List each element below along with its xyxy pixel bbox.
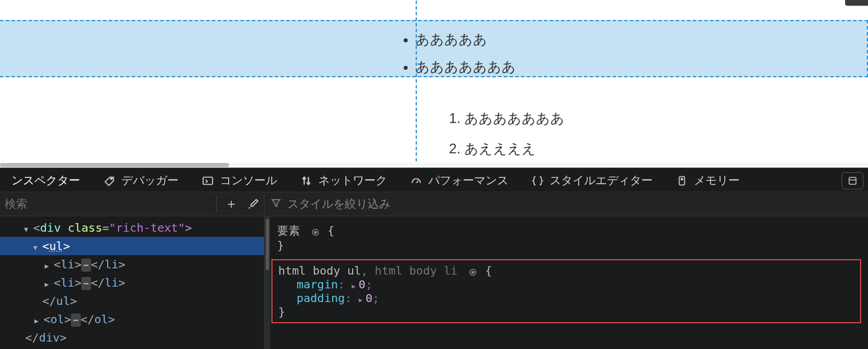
dom-node-li[interactable]: <li>⋯</li> <box>0 273 264 292</box>
window-corner <box>845 0 868 6</box>
dom-node-div[interactable]: <div class="rich-text"> <box>0 219 264 237</box>
rule-selector-line[interactable]: html body ul, html body li { <box>278 264 854 277</box>
devtools-body: + <div class="rich-text"> <ul> <li>⋯</li… <box>0 192 868 349</box>
css-property-margin[interactable]: margin: 0; <box>278 277 854 291</box>
target-icon[interactable] <box>310 227 321 237</box>
target-icon[interactable] <box>468 267 478 277</box>
tab-label: コンソール <box>220 173 277 188</box>
page-lists: あああああ あああああああ あああああああ あええええ <box>0 20 868 164</box>
ordered-list[interactable]: あああああああ あええええ <box>439 104 868 164</box>
tab-label: ンスペクター <box>11 173 80 188</box>
svg-point-9 <box>472 271 474 273</box>
brace-close: } <box>278 305 854 319</box>
scrollbar-thumb[interactable] <box>0 163 229 167</box>
css-property-padding[interactable]: padding: 0; <box>278 291 854 305</box>
tab-network[interactable]: ネットワーク <box>289 169 399 192</box>
dom-node-div-close[interactable]: </div> <box>0 328 264 347</box>
dom-node-ul-close[interactable]: </ul> <box>0 292 264 310</box>
vertical-scrollbar[interactable] <box>265 216 270 349</box>
devtools-tab-bar: ンスペクター デバッガー コンソール ネットワ <box>0 168 868 192</box>
twisty-icon[interactable] <box>33 243 41 253</box>
dom-inspector-panel: + <div class="rich-text"> <ul> <li>⋯</li… <box>0 192 265 349</box>
tab-memory[interactable]: メモリー <box>664 169 751 192</box>
tab-style-editor[interactable]: スタイルエディター <box>520 169 664 192</box>
svg-point-0 <box>111 177 112 179</box>
network-icon <box>300 174 313 187</box>
funnel-icon[interactable] <box>270 197 282 211</box>
styles-panel: スタイルを絞り込み 要素 { } html body ul, html body… <box>265 192 868 349</box>
dom-node-ol[interactable]: <ol>⋯</ol> <box>0 310 264 328</box>
styles-toolbar: スタイルを絞り込み <box>265 192 868 216</box>
element-rule-block[interactable]: 要素 { } <box>271 221 861 255</box>
ellipsis-icon[interactable]: ⋯ <box>81 277 90 289</box>
ellipsis-icon[interactable]: ⋯ <box>71 314 80 326</box>
dom-toolbar: + <box>0 192 264 216</box>
css-rule-block[interactable]: html body ul, html body li { margin: 0; … <box>271 259 861 323</box>
brace: { <box>328 224 334 237</box>
ellipsis-icon[interactable]: ⋯ <box>81 259 90 271</box>
expand-icon[interactable] <box>358 296 365 304</box>
divider <box>216 196 217 212</box>
tab-label: メモリー <box>694 173 740 188</box>
list-item[interactable]: あああああああ <box>416 53 868 81</box>
tag-icon <box>103 174 116 187</box>
memory-icon <box>676 174 688 187</box>
tab-label: デバッガー <box>121 173 179 188</box>
devtools-panel: ンスペクター デバッガー コンソール ネットワ <box>0 168 868 349</box>
svg-point-3 <box>681 178 683 180</box>
expand-icon[interactable] <box>352 283 358 290</box>
rendered-page: あああああ あああああああ あああああああ あええええ <box>0 0 868 168</box>
brace: { <box>485 264 492 277</box>
brace: } <box>277 239 284 252</box>
tab-label: ネットワーク <box>318 173 387 188</box>
twisty-icon[interactable] <box>45 279 53 290</box>
twisty-icon[interactable] <box>45 261 53 272</box>
tab-performance[interactable]: パフォーマンス <box>399 169 520 192</box>
list-item[interactable]: あああああ <box>416 26 868 53</box>
twisty-icon[interactable] <box>34 316 42 327</box>
svg-rect-4 <box>849 177 856 184</box>
dom-node-li[interactable]: <li>⋯</li> <box>0 255 264 273</box>
tab-label: スタイルエディター <box>550 173 653 188</box>
svg-rect-1 <box>203 177 213 184</box>
more-panels-button[interactable] <box>842 172 863 189</box>
dom-node-ul-selected[interactable]: <ul> <box>0 237 264 255</box>
svg-rect-2 <box>679 176 684 185</box>
list-item[interactable]: あええええ <box>464 134 868 164</box>
add-element-button[interactable]: + <box>220 193 242 215</box>
gauge-icon <box>410 174 423 187</box>
dom-tree[interactable]: <div class="rich-text"> <ul> <li>⋯</li> … <box>0 216 264 349</box>
braces-icon <box>531 174 544 187</box>
eyedropper-button[interactable] <box>242 193 264 215</box>
dom-search-input[interactable] <box>0 197 213 211</box>
svg-point-7 <box>314 231 317 233</box>
tab-console[interactable]: コンソール <box>190 169 289 192</box>
tab-debugger[interactable]: デバッガー <box>92 169 190 192</box>
list-item[interactable]: あああああああ <box>464 104 868 134</box>
terminal-icon <box>202 174 214 187</box>
tab-label: パフォーマンス <box>428 173 508 188</box>
unordered-list[interactable]: あああああ あああああああ <box>416 20 868 86</box>
scrollbar-thumb[interactable] <box>266 219 269 270</box>
twisty-icon[interactable] <box>24 224 32 235</box>
styles-rules[interactable]: 要素 { } html body ul, html body li { <box>265 216 868 349</box>
tab-inspector[interactable]: ンスペクター <box>0 169 92 192</box>
horizontal-scrollbar[interactable] <box>0 162 868 168</box>
filter-placeholder[interactable]: スタイルを絞り込み <box>287 196 390 212</box>
rule-selector: 要素 <box>277 224 300 237</box>
